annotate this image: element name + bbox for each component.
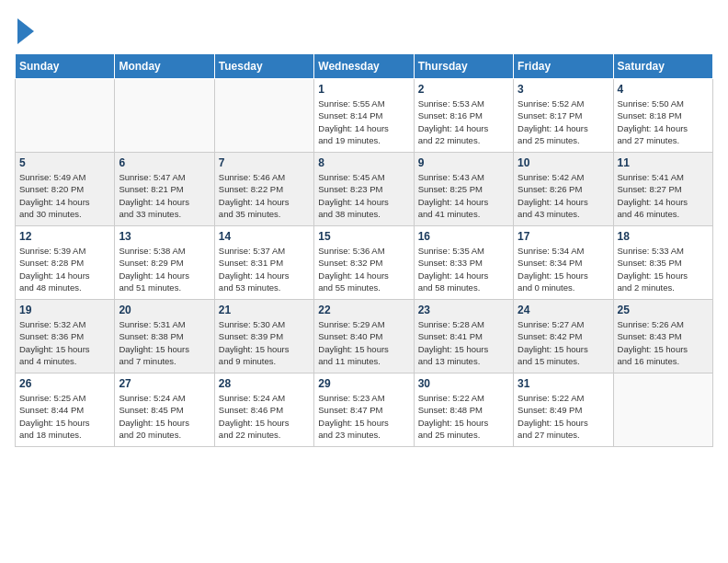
day-number: 6 bbox=[119, 156, 210, 169]
day-number: 16 bbox=[418, 230, 509, 243]
calendar-cell: 28Sunrise: 5:24 AM Sunset: 8:46 PM Dayli… bbox=[214, 373, 313, 447]
day-info: Sunrise: 5:22 AM Sunset: 8:48 PM Dayligh… bbox=[418, 392, 509, 441]
day-info: Sunrise: 5:33 AM Sunset: 8:35 PM Dayligh… bbox=[618, 245, 709, 293]
day-info: Sunrise: 5:24 AM Sunset: 8:45 PM Dayligh… bbox=[119, 392, 210, 441]
calendar-cell: 3Sunrise: 5:52 AM Sunset: 8:17 PM Daylig… bbox=[514, 79, 613, 153]
day-info: Sunrise: 5:50 AM Sunset: 8:18 PM Dayligh… bbox=[618, 98, 709, 146]
calendar-cell: 4Sunrise: 5:50 AM Sunset: 8:18 PM Daylig… bbox=[613, 79, 712, 153]
col-header-wednesday: Wednesday bbox=[314, 54, 414, 79]
calendar-cell: 5Sunrise: 5:49 AM Sunset: 8:20 PM Daylig… bbox=[16, 153, 115, 226]
day-number: 22 bbox=[318, 304, 409, 316]
day-info: Sunrise: 5:35 AM Sunset: 8:33 PM Dayligh… bbox=[418, 245, 509, 293]
day-info: Sunrise: 5:22 AM Sunset: 8:49 PM Dayligh… bbox=[518, 392, 609, 441]
day-number: 26 bbox=[19, 377, 110, 390]
calendar-cell: 27Sunrise: 5:24 AM Sunset: 8:45 PM Dayli… bbox=[115, 373, 214, 447]
col-header-thursday: Thursday bbox=[414, 54, 513, 79]
col-header-saturday: Saturday bbox=[613, 54, 712, 79]
day-info: Sunrise: 5:43 AM Sunset: 8:25 PM Dayligh… bbox=[418, 171, 509, 220]
day-number: 14 bbox=[219, 230, 310, 243]
day-number: 12 bbox=[19, 230, 110, 243]
calendar-cell: 29Sunrise: 5:23 AM Sunset: 8:47 PM Dayli… bbox=[314, 373, 414, 447]
calendar-cell: 30Sunrise: 5:22 AM Sunset: 8:48 PM Dayli… bbox=[414, 373, 513, 447]
day-info: Sunrise: 5:27 AM Sunset: 8:42 PM Dayligh… bbox=[518, 318, 609, 367]
calendar-cell bbox=[16, 79, 115, 153]
calendar-cell: 7Sunrise: 5:46 AM Sunset: 8:22 PM Daylig… bbox=[214, 153, 313, 226]
day-info: Sunrise: 5:36 AM Sunset: 8:32 PM Dayligh… bbox=[318, 245, 409, 293]
calendar-cell: 20Sunrise: 5:31 AM Sunset: 8:38 PM Dayli… bbox=[115, 300, 214, 373]
logo-arrow-icon bbox=[17, 18, 34, 44]
col-header-tuesday: Tuesday bbox=[214, 54, 313, 79]
day-number: 18 bbox=[618, 230, 709, 243]
calendar-cell: 16Sunrise: 5:35 AM Sunset: 8:33 PM Dayli… bbox=[414, 226, 513, 300]
day-info: Sunrise: 5:25 AM Sunset: 8:44 PM Dayligh… bbox=[19, 392, 110, 441]
calendar-cell: 19Sunrise: 5:32 AM Sunset: 8:36 PM Dayli… bbox=[16, 300, 115, 373]
day-info: Sunrise: 5:38 AM Sunset: 8:29 PM Dayligh… bbox=[119, 245, 210, 293]
day-info: Sunrise: 5:26 AM Sunset: 8:43 PM Dayligh… bbox=[618, 318, 709, 367]
calendar-cell bbox=[613, 373, 712, 447]
day-info: Sunrise: 5:34 AM Sunset: 8:34 PM Dayligh… bbox=[518, 245, 609, 293]
calendar-cell: 8Sunrise: 5:45 AM Sunset: 8:23 PM Daylig… bbox=[314, 153, 414, 226]
day-number: 20 bbox=[119, 304, 210, 316]
day-number: 19 bbox=[19, 304, 110, 316]
day-info: Sunrise: 5:32 AM Sunset: 8:36 PM Dayligh… bbox=[19, 318, 110, 367]
calendar-cell: 26Sunrise: 5:25 AM Sunset: 8:44 PM Dayli… bbox=[16, 373, 115, 447]
calendar-cell: 13Sunrise: 5:38 AM Sunset: 8:29 PM Dayli… bbox=[115, 226, 214, 300]
day-info: Sunrise: 5:55 AM Sunset: 8:14 PM Dayligh… bbox=[318, 98, 409, 146]
day-number: 28 bbox=[219, 377, 310, 390]
calendar-table: SundayMondayTuesdayWednesdayThursdayFrid… bbox=[15, 53, 713, 447]
col-header-sunday: Sunday bbox=[16, 54, 115, 79]
calendar-cell: 23Sunrise: 5:28 AM Sunset: 8:41 PM Dayli… bbox=[414, 300, 513, 373]
calendar-cell: 12Sunrise: 5:39 AM Sunset: 8:28 PM Dayli… bbox=[16, 226, 115, 300]
day-number: 9 bbox=[418, 156, 509, 169]
day-info: Sunrise: 5:41 AM Sunset: 8:27 PM Dayligh… bbox=[618, 171, 709, 220]
header bbox=[15, 15, 713, 44]
day-number: 17 bbox=[518, 230, 609, 243]
day-info: Sunrise: 5:47 AM Sunset: 8:21 PM Dayligh… bbox=[119, 171, 210, 220]
day-number: 3 bbox=[518, 83, 609, 96]
day-number: 4 bbox=[618, 83, 709, 96]
day-info: Sunrise: 5:45 AM Sunset: 8:23 PM Dayligh… bbox=[318, 171, 409, 220]
day-info: Sunrise: 5:46 AM Sunset: 8:22 PM Dayligh… bbox=[219, 171, 310, 220]
day-info: Sunrise: 5:52 AM Sunset: 8:17 PM Dayligh… bbox=[518, 98, 609, 146]
calendar-cell bbox=[115, 79, 214, 153]
day-number: 13 bbox=[119, 230, 210, 243]
day-number: 5 bbox=[19, 156, 110, 169]
day-number: 23 bbox=[418, 304, 509, 316]
day-info: Sunrise: 5:49 AM Sunset: 8:20 PM Dayligh… bbox=[19, 171, 110, 220]
day-number: 27 bbox=[119, 377, 210, 390]
calendar-cell: 14Sunrise: 5:37 AM Sunset: 8:31 PM Dayli… bbox=[214, 226, 313, 300]
day-number: 7 bbox=[219, 156, 310, 169]
day-number: 15 bbox=[318, 230, 409, 243]
day-number: 11 bbox=[618, 156, 709, 169]
day-number: 24 bbox=[518, 304, 609, 316]
day-info: Sunrise: 5:23 AM Sunset: 8:47 PM Dayligh… bbox=[318, 392, 409, 441]
calendar-cell: 1Sunrise: 5:55 AM Sunset: 8:14 PM Daylig… bbox=[314, 79, 414, 153]
calendar-cell: 22Sunrise: 5:29 AM Sunset: 8:40 PM Dayli… bbox=[314, 300, 414, 373]
day-number: 8 bbox=[318, 156, 409, 169]
day-number: 10 bbox=[518, 156, 609, 169]
calendar-cell: 18Sunrise: 5:33 AM Sunset: 8:35 PM Dayli… bbox=[613, 226, 712, 300]
day-info: Sunrise: 5:24 AM Sunset: 8:46 PM Dayligh… bbox=[219, 392, 310, 441]
calendar-cell bbox=[214, 79, 313, 153]
day-info: Sunrise: 5:42 AM Sunset: 8:26 PM Dayligh… bbox=[518, 171, 609, 220]
calendar-cell: 2Sunrise: 5:53 AM Sunset: 8:16 PM Daylig… bbox=[414, 79, 513, 153]
calendar-cell: 6Sunrise: 5:47 AM Sunset: 8:21 PM Daylig… bbox=[115, 153, 214, 226]
calendar-cell: 9Sunrise: 5:43 AM Sunset: 8:25 PM Daylig… bbox=[414, 153, 513, 226]
logo bbox=[15, 15, 34, 44]
calendar-cell: 24Sunrise: 5:27 AM Sunset: 8:42 PM Dayli… bbox=[514, 300, 613, 373]
calendar-cell: 15Sunrise: 5:36 AM Sunset: 8:32 PM Dayli… bbox=[314, 226, 414, 300]
day-number: 1 bbox=[318, 83, 409, 96]
day-info: Sunrise: 5:30 AM Sunset: 8:39 PM Dayligh… bbox=[219, 318, 310, 367]
calendar-cell: 11Sunrise: 5:41 AM Sunset: 8:27 PM Dayli… bbox=[613, 153, 712, 226]
col-header-friday: Friday bbox=[514, 54, 613, 79]
col-header-monday: Monday bbox=[115, 54, 214, 79]
day-number: 21 bbox=[219, 304, 310, 316]
calendar-cell: 17Sunrise: 5:34 AM Sunset: 8:34 PM Dayli… bbox=[514, 226, 613, 300]
day-info: Sunrise: 5:28 AM Sunset: 8:41 PM Dayligh… bbox=[418, 318, 509, 367]
day-info: Sunrise: 5:37 AM Sunset: 8:31 PM Dayligh… bbox=[219, 245, 310, 293]
day-info: Sunrise: 5:31 AM Sunset: 8:38 PM Dayligh… bbox=[119, 318, 210, 367]
day-number: 2 bbox=[418, 83, 509, 96]
day-number: 25 bbox=[618, 304, 709, 316]
calendar-cell: 25Sunrise: 5:26 AM Sunset: 8:43 PM Dayli… bbox=[613, 300, 712, 373]
calendar-cell: 21Sunrise: 5:30 AM Sunset: 8:39 PM Dayli… bbox=[214, 300, 313, 373]
